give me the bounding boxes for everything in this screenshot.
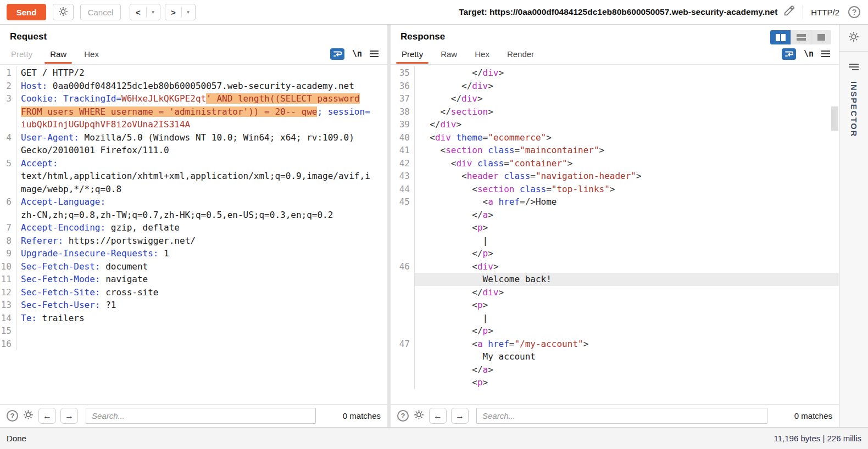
code-line[interactable]: Accept: (16, 157, 387, 170)
inspector-settings-button[interactable] (839, 25, 868, 52)
request-title: Request (0, 25, 387, 43)
code-line[interactable]: <section class="top-links"> (415, 183, 839, 196)
code-line[interactable]: Sec-Fetch-Mode: navigate (16, 273, 387, 286)
code-row: 40 <div theme="ecommerce"> (391, 131, 839, 144)
send-button[interactable]: Send (7, 4, 46, 20)
code-line[interactable]: </div> (415, 286, 839, 299)
send-settings-button[interactable] (53, 4, 74, 20)
code-row: 2Host: 0aa000df0484125dc1eb80b600050057.… (0, 80, 387, 93)
show-newlines-icon[interactable]: \n (804, 49, 814, 59)
code-line[interactable]: <a href="/my-account"> (415, 338, 839, 351)
code-line[interactable]: </section> (415, 105, 839, 119)
code-line[interactable]: </div> (415, 80, 839, 93)
code-line[interactable]: <p> (415, 376, 839, 389)
request-search-input[interactable] (86, 408, 316, 424)
help-icon: ? (10, 412, 15, 420)
code-line[interactable]: <div class="container"> (415, 157, 839, 170)
code-line[interactable]: iubQkDInjUGUpqhVF8i2oVUna2IS314A (16, 118, 387, 131)
search-next-button[interactable]: → (451, 408, 469, 424)
code-line[interactable]: Cookie: TrackingId=W6HxeJLkQKGPE2qt' AND… (16, 92, 387, 105)
soft-wrap-icon[interactable] (782, 48, 796, 60)
code-line[interactable]: <p> (415, 299, 839, 312)
code-line[interactable] (16, 338, 387, 351)
code-line[interactable]: text/html,application/xhtml+xml,applicat… (16, 170, 387, 183)
code-line[interactable]: <header class="navigation-header"> (415, 170, 839, 183)
code-line[interactable]: Sec-Fetch-User: ?1 (16, 299, 387, 312)
help-button[interactable]: ? (848, 6, 860, 18)
code-line[interactable]: GET / HTTP/2 (16, 66, 387, 80)
code-line[interactable]: </div> (415, 66, 839, 80)
line-number (391, 221, 415, 234)
code-line[interactable]: <div theme="ecommerce"> (415, 131, 839, 144)
cancel-button[interactable]: Cancel (80, 4, 121, 20)
soft-wrap-icon[interactable] (330, 48, 344, 60)
code-line[interactable]: Sec-Fetch-Dest: document (16, 260, 387, 273)
code-line[interactable]: | (415, 234, 839, 248)
code-line[interactable]: mage/webp,*/*;q=0.8 (16, 183, 387, 196)
code-line[interactable]: </a> (415, 363, 839, 377)
code-line[interactable] (16, 324, 387, 338)
code-line[interactable]: <section class="maincontainer"> (415, 144, 839, 157)
code-row: 37 </div> (391, 92, 839, 105)
search-previous-button[interactable]: ← (38, 408, 56, 424)
code-line[interactable]: <p> (415, 221, 839, 234)
editor-menu-icon[interactable] (821, 50, 830, 57)
next-request-button[interactable]: > ▼ (165, 4, 196, 20)
code-line[interactable]: Sec-Fetch-Site: cross-site (16, 286, 387, 299)
code-line[interactable]: <a href=/>Home (415, 195, 839, 209)
scrollbar-thumb[interactable] (831, 106, 838, 131)
chevron-down-icon[interactable]: ▼ (147, 10, 160, 15)
response-tab-hex[interactable]: Hex (474, 44, 491, 64)
search-help-button[interactable]: ? (397, 410, 409, 422)
code-line[interactable]: </div> (415, 118, 839, 131)
code-line[interactable]: FROM users WHERE username = 'administrat… (16, 105, 387, 119)
response-tab-raw[interactable]: Raw (439, 44, 458, 64)
previous-request-button[interactable]: < ▼ (130, 4, 160, 20)
request-editor[interactable]: 1GET / HTTP/22Host: 0aa000df0484125dc1eb… (0, 64, 387, 404)
inspector-collapse-icon[interactable] (849, 64, 859, 70)
response-metrics: 11,196 bytes | 226 millis (774, 434, 868, 443)
code-line[interactable]: Welcome back! (415, 273, 839, 286)
search-previous-button[interactable]: ← (429, 408, 447, 424)
edit-target-button[interactable] (783, 5, 795, 19)
code-line[interactable]: </div> (415, 92, 839, 105)
code-line[interactable]: Host: 0aa000df0484125dc1eb80b600050057.w… (16, 80, 387, 93)
response-editor[interactable]: 35 </div>36 </div>37 </div>38 </section>… (391, 64, 839, 404)
layout-single-button[interactable] (811, 30, 831, 44)
code-line[interactable]: | (415, 312, 839, 325)
editor-menu-icon[interactable] (370, 50, 379, 57)
search-help-button[interactable]: ? (7, 410, 18, 422)
code-line[interactable]: Te: trailers (16, 312, 387, 325)
code-line[interactable]: zh-CN,zh;q=0.8,zh-TW;q=0.7,zh-HK;q=0.5,e… (16, 209, 387, 222)
code-line[interactable]: </p> (415, 247, 839, 260)
line-number: 2 (0, 80, 16, 93)
response-tab-render[interactable]: Render (506, 44, 535, 64)
search-settings-button[interactable] (23, 409, 34, 423)
code-line[interactable]: User-Agent: Mozilla/5.0 (Windows NT 10.0… (16, 131, 387, 144)
code-line[interactable]: </a> (415, 209, 839, 222)
line-number: 13 (0, 299, 16, 312)
code-row: 45 <a href=/>Home (391, 195, 839, 209)
inspector-tab[interactable]: INSPECTOR (849, 81, 858, 137)
search-next-button[interactable]: → (60, 408, 78, 424)
code-line[interactable]: Referer: https://portswigger.net/ (16, 234, 387, 248)
response-tab-pretty[interactable]: Pretty (400, 44, 424, 64)
code-line[interactable]: Gecko/20100101 Firefox/111.0 (16, 144, 387, 157)
request-tab-hex[interactable]: Hex (83, 44, 100, 64)
code-row: 43 <header class="navigation-header"> (391, 170, 839, 183)
code-line[interactable]: Accept-Language: (16, 195, 387, 209)
code-line[interactable]: Upgrade-Insecure-Requests: 1 (16, 247, 387, 260)
code-line[interactable]: <div> (415, 260, 839, 273)
show-newlines-icon[interactable]: \n (352, 49, 362, 59)
code-line[interactable]: Accept-Encoding: gzip, deflate (16, 221, 387, 234)
chevron-down-icon[interactable]: ▼ (182, 10, 195, 15)
line-number: 11 (0, 273, 16, 286)
request-tab-raw[interactable]: Raw (49, 44, 68, 64)
layout-rows-button[interactable] (791, 30, 811, 44)
code-line[interactable]: My account (415, 350, 839, 363)
code-line[interactable]: </p> (415, 324, 839, 338)
request-tab-pretty[interactable]: Pretty (10, 44, 34, 64)
search-settings-button[interactable] (413, 409, 425, 423)
layout-columns-button[interactable] (770, 30, 791, 44)
response-search-input[interactable] (476, 408, 767, 424)
